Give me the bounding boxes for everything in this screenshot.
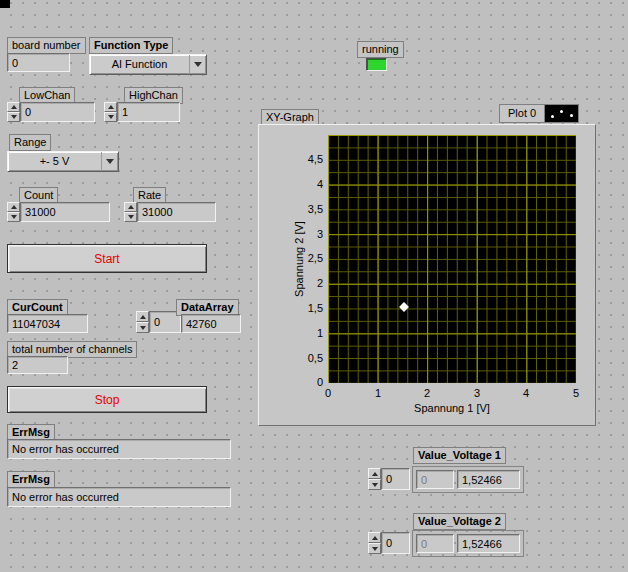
x-axis-title: Spannung 1 [V]	[328, 402, 576, 414]
range-label: Range	[9, 134, 51, 151]
value-voltage-2-index[interactable]: 0	[381, 532, 410, 554]
x-tick-label: 0	[315, 387, 341, 400]
down-arrow-icon	[108, 115, 114, 119]
y-tick-label: 1	[292, 327, 323, 340]
value-voltage-2-array: 0 1,52466	[412, 530, 524, 557]
range-value: +- 5 V	[8, 152, 101, 171]
rate-spinner[interactable]	[124, 202, 137, 222]
value-voltage-2-label: Value_Voltage 2	[413, 513, 506, 530]
highchan-control[interactable]: 1	[104, 102, 180, 122]
dataarray-element-value: 42760	[181, 314, 241, 333]
curcount-value: 11047034	[7, 314, 88, 333]
value-voltage-1-value: 1,52466	[457, 470, 520, 489]
decrement-button[interactable]	[104, 112, 117, 122]
plot-area	[328, 135, 576, 383]
plot-legend-name[interactable]: Plot 0	[499, 104, 544, 123]
value-voltage-1-index[interactable]: 0	[381, 468, 410, 490]
value-voltage-1-label: Value_Voltage 1	[413, 447, 506, 464]
dataarray-index-spinner[interactable]	[136, 311, 149, 333]
up-arrow-icon	[11, 105, 17, 109]
errmsg2-label: ErrMsg	[7, 471, 55, 488]
decrement-button[interactable]	[7, 112, 20, 122]
value-voltage-2-value: 1,52466	[457, 534, 520, 553]
down-arrow-icon	[372, 547, 378, 551]
rate-control[interactable]: 31000	[124, 202, 216, 222]
increment-button[interactable]	[104, 102, 117, 112]
function-type-label: Function Type	[89, 37, 173, 54]
value-voltage-1-index-control[interactable]: 0	[368, 468, 410, 490]
down-arrow-icon	[140, 326, 146, 330]
dataarray-index-control[interactable]: 0	[136, 311, 181, 333]
stop-button[interactable]: Stop	[7, 386, 207, 413]
x-tick-label: 4	[513, 387, 539, 400]
y-tick-label: 4,5	[292, 153, 323, 166]
increment-button[interactable]	[7, 102, 20, 112]
up-arrow-icon	[11, 205, 17, 209]
x-tick-label: 5	[563, 387, 589, 400]
board-number-label: board number	[7, 37, 86, 54]
up-arrow-icon	[128, 205, 134, 209]
lowchan-value[interactable]: 0	[20, 102, 95, 122]
highchan-value[interactable]: 1	[117, 102, 180, 122]
data-point-marker	[399, 302, 409, 312]
increment-button[interactable]	[368, 468, 381, 479]
plot-style-icon[interactable]	[544, 104, 579, 123]
rate-value[interactable]: 31000	[137, 202, 216, 222]
increment-button[interactable]	[7, 202, 20, 212]
value-voltage-2-index-spinner[interactable]	[368, 532, 381, 554]
scatter-dot-icon	[560, 110, 563, 113]
decrement-button[interactable]	[368, 479, 381, 490]
function-type-value: AI Function	[90, 55, 189, 74]
y-tick-label: 3	[292, 228, 323, 241]
chevron-down-icon[interactable]	[101, 152, 118, 171]
total-channels-value: 2	[7, 356, 68, 374]
increment-button[interactable]	[136, 311, 149, 322]
count-control[interactable]: 31000	[7, 202, 110, 222]
value-voltage-1-index-spinner[interactable]	[368, 468, 381, 490]
decrement-button[interactable]	[7, 212, 20, 222]
value-voltage-2-element-dimmed: 0	[416, 534, 454, 553]
lowchan-control[interactable]: 0	[7, 102, 95, 122]
down-arrow-icon	[11, 215, 17, 219]
up-arrow-icon	[108, 105, 114, 109]
x-tick-label: 2	[414, 387, 440, 400]
decrement-button[interactable]	[124, 212, 137, 222]
y-tick-label: 3,5	[292, 203, 323, 216]
chevron-down-icon[interactable]	[189, 55, 206, 74]
y-tick-label: 0,5	[292, 352, 323, 365]
count-spinner[interactable]	[7, 202, 20, 222]
up-arrow-icon	[372, 536, 378, 540]
range-dropdown[interactable]: +- 5 V	[7, 151, 119, 172]
down-arrow-icon	[372, 483, 378, 487]
scatter-dot-icon	[570, 114, 573, 117]
board-number-input[interactable]: 0	[7, 53, 70, 72]
running-label: running	[357, 41, 404, 58]
count-value[interactable]: 31000	[20, 202, 110, 222]
highchan-spinner[interactable]	[104, 102, 117, 122]
y-tick-label: 1,5	[292, 302, 323, 315]
scatter-dot-icon	[551, 115, 554, 118]
y-tick-label: 4	[292, 178, 323, 191]
value-voltage-2-index-control[interactable]: 0	[368, 532, 410, 554]
decrement-button[interactable]	[136, 322, 149, 333]
xy-graph-panel: Spannung 2 [V] 4,5 4 3,5 3 2,5 2 1,5 1 0…	[258, 124, 596, 426]
decrement-button[interactable]	[368, 543, 381, 554]
value-voltage-1-element-dimmed: 0	[416, 470, 454, 489]
y-tick-label: 2,5	[292, 252, 323, 265]
lowchan-spinner[interactable]	[7, 102, 20, 122]
up-arrow-icon	[372, 472, 378, 476]
errmsg1-value: No error has occurred	[7, 439, 231, 459]
window-corner-decoration	[0, 0, 10, 8]
increment-button[interactable]	[124, 202, 137, 212]
down-arrow-icon	[128, 215, 134, 219]
x-tick-label: 3	[464, 387, 490, 400]
x-tick-label: 1	[365, 387, 391, 400]
function-type-dropdown[interactable]: AI Function	[89, 54, 207, 75]
value-voltage-1-array: 0 1,52466	[412, 466, 524, 493]
increment-button[interactable]	[368, 532, 381, 543]
start-button[interactable]: Start	[7, 244, 207, 273]
y-tick-label: 2	[292, 277, 323, 290]
plot-legend[interactable]: Plot 0	[499, 104, 579, 123]
up-arrow-icon	[140, 315, 146, 319]
running-led-indicator	[366, 58, 387, 71]
